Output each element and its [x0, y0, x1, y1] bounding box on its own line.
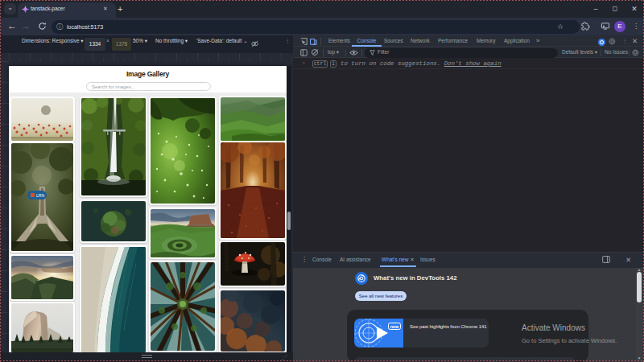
svg-text:LRN: LRN — [36, 193, 44, 198]
